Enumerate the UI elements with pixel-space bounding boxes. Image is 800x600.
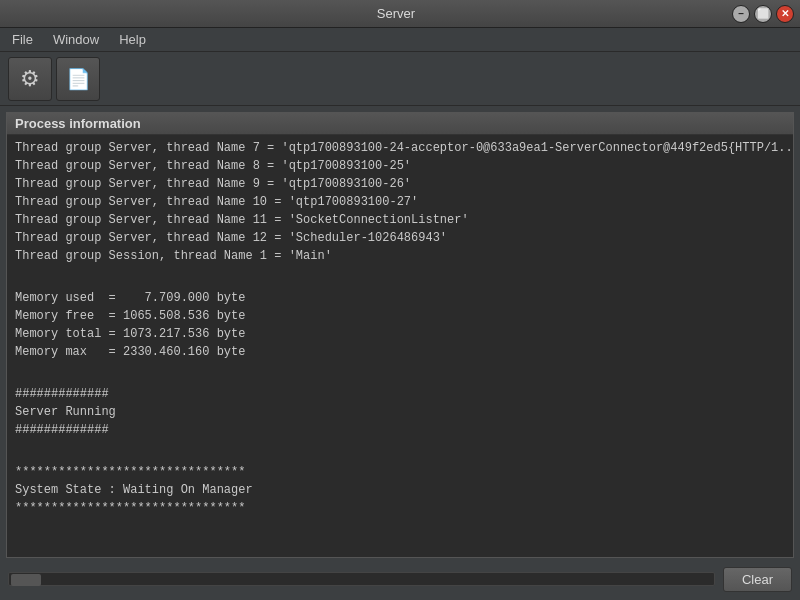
window-title: Server	[60, 6, 732, 21]
menubar: File Window Help	[0, 28, 800, 52]
titlebar: Server – ⬜ ✕	[0, 0, 800, 28]
menu-window[interactable]: Window	[45, 30, 107, 49]
process-panel: Process information Thread group Server,…	[6, 112, 794, 558]
scrollbar-thumb[interactable]	[11, 574, 41, 586]
minimize-button[interactable]: –	[732, 5, 750, 23]
gear-button[interactable]: ⚙	[8, 57, 52, 101]
maximize-button[interactable]: ⬜	[754, 5, 772, 23]
process-panel-header: Process information	[7, 113, 793, 135]
bottom-bar: Clear	[0, 558, 800, 600]
clear-button[interactable]: Clear	[723, 567, 792, 592]
main-area: Process information Thread group Server,…	[0, 106, 800, 600]
window-controls: – ⬜ ✕	[732, 5, 800, 23]
horizontal-scrollbar[interactable]	[8, 572, 715, 586]
process-content[interactable]: Thread group Server, thread Name 7 = 'qt…	[7, 135, 793, 557]
menu-help[interactable]: Help	[111, 30, 154, 49]
close-button[interactable]: ✕	[776, 5, 794, 23]
toolbar: ⚙ 📄	[0, 52, 800, 106]
document-button[interactable]: 📄	[56, 57, 100, 101]
menu-file[interactable]: File	[4, 30, 41, 49]
